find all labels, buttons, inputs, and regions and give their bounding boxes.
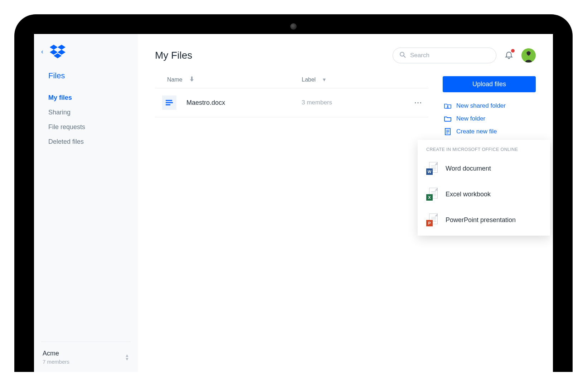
dropdown-caret-icon[interactable]: ▾: [323, 76, 326, 83]
laptop-frame: ‹ Files My files Sharin: [14, 14, 573, 372]
app-screen: ‹ Files My files Sharin: [34, 34, 553, 372]
camera-dot: [290, 23, 297, 30]
svg-marker-1: [58, 45, 65, 50]
team-members-count: 7 members: [43, 359, 69, 365]
create-powerpoint-presentation[interactable]: P PowerPoint presentation: [426, 207, 541, 233]
notification-dot-icon: [511, 49, 515, 53]
sidebar-item-label: My files: [48, 94, 72, 101]
main-area: My Files: [138, 34, 553, 372]
shared-folder-icon: [444, 103, 451, 109]
create-new-file-link[interactable]: Create new file: [443, 125, 536, 138]
back-chevron-icon[interactable]: ‹: [41, 48, 43, 55]
upload-files-button[interactable]: Upload files: [443, 76, 536, 92]
sidebar-section-title: Files: [48, 71, 131, 80]
column-name-header[interactable]: Name: [167, 77, 183, 83]
search-icon: [399, 51, 406, 59]
search-input[interactable]: [410, 52, 490, 59]
sidebar: ‹ Files My files Sharin: [34, 34, 138, 372]
more-actions-icon[interactable]: ⋯: [414, 98, 423, 107]
svg-line-6: [404, 56, 405, 58]
word-icon: W: [427, 162, 438, 175]
dropbox-logo-icon[interactable]: [50, 45, 65, 58]
rail-link-label: New folder: [456, 115, 485, 122]
new-folder-link[interactable]: New folder: [443, 112, 536, 125]
sidebar-item-label: File requests: [48, 123, 85, 131]
document-icon: [162, 95, 176, 110]
svg-marker-0: [50, 45, 58, 50]
search-box[interactable]: [393, 48, 496, 63]
create-excel-workbook[interactable]: X Excel workbook: [426, 181, 541, 207]
powerpoint-icon: P: [427, 213, 438, 226]
table-row[interactable]: Maestro.docx 3 members ⋯: [155, 88, 428, 117]
avatar-person-icon: [524, 50, 534, 63]
team-name: Acme: [43, 350, 69, 357]
svg-marker-4: [54, 53, 62, 58]
sidebar-item-file-requests[interactable]: File requests: [41, 120, 131, 134]
notifications-button[interactable]: [504, 50, 514, 61]
sidebar-item-label: Sharing: [48, 109, 71, 116]
team-switcher[interactable]: Acme 7 members ▲▼: [41, 342, 131, 365]
table-header: Name Label ▾: [155, 76, 428, 88]
sidebar-nav: My files Sharing File requests Deleted f…: [41, 90, 131, 149]
popup-header: CREATE IN MICROSOFT OFFICE ONLINE: [426, 147, 541, 152]
sidebar-item-deleted-files[interactable]: Deleted files: [41, 134, 131, 149]
file-name: Maestro.docx: [186, 99, 225, 107]
create-file-popup: CREATE IN MICROSOFT OFFICE ONLINE W Word…: [418, 140, 550, 236]
sidebar-item-label: Deleted files: [48, 138, 84, 145]
svg-point-11: [447, 105, 448, 107]
file-label: 3 members: [302, 99, 332, 106]
page-title: My Files: [155, 50, 385, 61]
rail-link-label: New shared folder: [456, 102, 506, 109]
excel-icon: X: [427, 188, 438, 201]
file-icon: [444, 128, 451, 135]
up-down-chevron-icon: ▲▼: [125, 354, 129, 361]
sort-arrow-down-icon[interactable]: [190, 77, 194, 83]
folder-icon: [444, 116, 451, 122]
rail-link-label: Create new file: [456, 128, 497, 135]
new-shared-folder-link[interactable]: New shared folder: [443, 99, 536, 112]
sidebar-item-sharing[interactable]: Sharing: [41, 105, 131, 120]
popup-item-label: PowerPoint presentation: [446, 216, 516, 224]
avatar[interactable]: [521, 48, 536, 63]
right-rail: Upload files New shared folder: [443, 76, 536, 138]
sidebar-item-my-files[interactable]: My files: [41, 90, 131, 105]
svg-point-5: [400, 52, 404, 56]
create-word-document[interactable]: W Word document: [426, 156, 541, 181]
svg-marker-3: [58, 50, 65, 55]
file-table: Name Label ▾: [155, 76, 428, 138]
column-label-header[interactable]: Label: [302, 77, 316, 83]
svg-marker-2: [50, 50, 58, 55]
popup-item-label: Excel workbook: [446, 191, 491, 198]
topbar: My Files: [155, 48, 536, 63]
popup-item-label: Word document: [446, 165, 491, 172]
